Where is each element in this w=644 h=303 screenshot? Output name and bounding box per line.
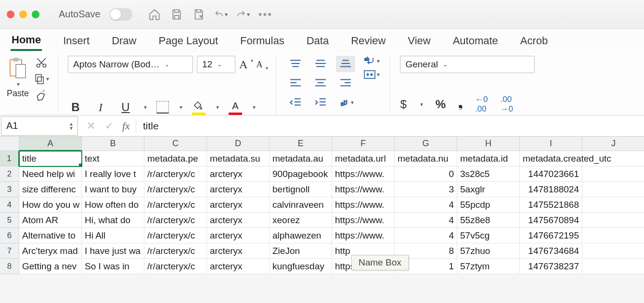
- cell[interactable]: https://www.: [332, 166, 395, 182]
- tab-data[interactable]: Data: [306, 32, 330, 50]
- cell[interactable]: 900pagebook: [270, 166, 332, 182]
- cell[interactable]: metadata.au: [270, 151, 332, 166]
- cell[interactable]: /r/arcteryx/c: [144, 213, 207, 228]
- cell[interactable]: kungfuesday: [270, 259, 332, 274]
- accounting-format-icon[interactable]: $: [400, 98, 406, 111]
- cell[interactable]: Alternative to: [19, 228, 82, 243]
- close-window-button[interactable]: [7, 11, 14, 18]
- fill-color-button[interactable]: [192, 101, 206, 114]
- cell[interactable]: 5axglr: [457, 182, 520, 197]
- cell[interactable]: Hi, what do: [82, 213, 144, 228]
- tab-acrob[interactable]: Acrob: [519, 32, 549, 50]
- tab-view[interactable]: View: [407, 32, 431, 50]
- cell[interactable]: 1476734684: [520, 243, 582, 259]
- row-header[interactable]: 7: [0, 243, 19, 259]
- cell[interactable]: metadata.id: [457, 151, 520, 166]
- cell[interactable]: 4: [395, 213, 457, 228]
- fx-icon[interactable]: fx: [122, 120, 130, 132]
- cell[interactable]: 57ztym: [457, 259, 520, 274]
- cell[interactable]: I have just wa: [82, 243, 144, 259]
- cell[interactable]: Arc'teryx mad: [19, 243, 82, 259]
- home-icon[interactable]: [148, 8, 161, 21]
- cancel-formula-icon[interactable]: ✕: [87, 120, 95, 132]
- align-bottom-icon[interactable]: [336, 56, 355, 72]
- cell[interactable]: I really love t: [82, 166, 144, 182]
- cell[interactable]: arcteryx: [207, 243, 270, 259]
- cell[interactable]: 0: [395, 166, 457, 182]
- bold-button[interactable]: B: [68, 101, 83, 114]
- row-header[interactable]: 5: [0, 213, 19, 228]
- column-header[interactable]: E: [270, 137, 332, 151]
- column-header[interactable]: A: [19, 137, 82, 151]
- cell[interactable]: https://www.: [332, 197, 395, 213]
- tab-page-layout[interactable]: Page Layout: [158, 32, 219, 50]
- increase-decimal-icon[interactable]: ←0.00: [475, 95, 488, 114]
- borders-button[interactable]: [156, 101, 169, 114]
- cell[interactable]: How often do: [82, 197, 144, 213]
- cell[interactable]: /r/arcteryx/c: [144, 228, 207, 243]
- row-header[interactable]: 6: [0, 228, 19, 243]
- cell[interactable]: /r/arcteryx/c: [144, 259, 207, 274]
- tab-insert[interactable]: Insert: [62, 32, 90, 50]
- cell[interactable]: text: [82, 151, 144, 166]
- cell[interactable]: 55pcdp: [457, 197, 520, 213]
- cell[interactable]: 3s28c5: [457, 166, 520, 182]
- cell[interactable]: arcteryx: [207, 259, 270, 274]
- fullscreen-window-button[interactable]: [32, 11, 39, 18]
- align-left-icon[interactable]: [286, 75, 305, 91]
- cell[interactable]: 1447023661: [520, 166, 582, 182]
- tab-formulas[interactable]: Formulas: [239, 32, 285, 50]
- row-header[interactable]: 1: [0, 151, 19, 166]
- save-as-icon[interactable]: [192, 8, 206, 21]
- cell[interactable]: /r/arcteryx/c: [144, 166, 207, 182]
- accept-formula-icon[interactable]: ✓: [105, 120, 114, 132]
- cell[interactable]: https://www.: [332, 182, 395, 197]
- cell[interactable]: Need help wi: [19, 166, 82, 182]
- paste-button[interactable]: ▾ Paste: [7, 56, 29, 99]
- cell[interactable]: 1475521868: [520, 197, 582, 213]
- cell[interactable]: /r/arcteryx/c: [144, 243, 207, 259]
- cell[interactable]: /r/arcteryx/c: [144, 197, 207, 213]
- cell[interactable]: xeorez: [270, 213, 332, 228]
- column-header[interactable]: C: [144, 137, 207, 151]
- cell[interactable]: arcteryx: [207, 213, 270, 228]
- column-header[interactable]: D: [207, 137, 270, 151]
- cell[interactable]: metadata.nu: [395, 151, 457, 166]
- comma-format-icon[interactable]: ❟: [458, 98, 463, 111]
- cell[interactable]: arcteryx: [207, 166, 270, 182]
- more-commands-icon[interactable]: •••: [258, 8, 272, 21]
- minimize-window-button[interactable]: [19, 11, 27, 18]
- tab-automate[interactable]: Automate: [452, 32, 499, 50]
- row-header[interactable]: 2: [0, 166, 19, 182]
- format-painter-icon[interactable]: [34, 88, 49, 102]
- cell[interactable]: title: [19, 151, 82, 166]
- cell[interactable]: /r/arcteryx/c: [144, 182, 207, 197]
- increase-indent-icon[interactable]: [311, 94, 330, 111]
- undo-icon[interactable]: ▾: [214, 8, 228, 21]
- decrease-font-icon[interactable]: A: [256, 60, 267, 70]
- cell[interactable]: Atom AR: [19, 213, 82, 228]
- cell[interactable]: metadata.su: [207, 151, 270, 166]
- cell[interactable]: [582, 166, 644, 182]
- cell[interactable]: bertignoll: [270, 182, 332, 197]
- cell[interactable]: [582, 182, 644, 197]
- align-middle-icon[interactable]: [311, 56, 330, 72]
- cell[interactable]: alphawezen: [270, 228, 332, 243]
- font-size-combo[interactable]: 12⌄: [197, 56, 235, 73]
- cell[interactable]: metadata.pe: [144, 151, 207, 166]
- increase-font-icon[interactable]: A: [239, 58, 252, 71]
- font-color-button[interactable]: A: [229, 101, 242, 114]
- cell[interactable]: [582, 228, 644, 243]
- cell[interactable]: 4: [395, 197, 457, 213]
- cell[interactable]: metadata.url: [332, 151, 395, 166]
- cell[interactable]: metadata.created_utc: [520, 151, 582, 166]
- tab-review[interactable]: Review: [350, 32, 386, 50]
- cell[interactable]: So I was in: [82, 259, 144, 274]
- column-header[interactable]: G: [395, 137, 457, 151]
- cell[interactable]: 1478188024: [520, 182, 582, 197]
- column-header[interactable]: H: [457, 137, 520, 151]
- save-icon[interactable]: [170, 8, 183, 21]
- name-box-spinner[interactable]: ▲▼: [69, 122, 74, 130]
- number-format-combo[interactable]: General⌄: [400, 56, 535, 73]
- cell[interactable]: 4: [395, 228, 457, 243]
